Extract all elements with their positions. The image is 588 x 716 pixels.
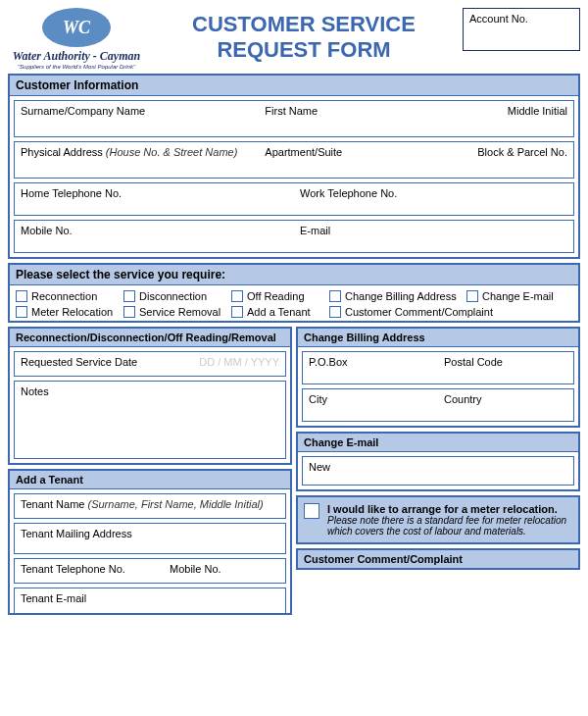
rdor-heading: Reconnection/Disconnection/Off Reading/R… (10, 329, 290, 347)
middle-initial-label: Middle Initial (508, 105, 567, 117)
add-tenant-panel: Add a Tenant Tenant Name (Surname, First… (8, 469, 292, 615)
postal-field[interactable]: Postal Code (438, 352, 573, 384)
work-tel-label: Work Telephone No. (300, 187, 397, 199)
postal-label: Postal Code (444, 356, 503, 368)
block-parcel-label: Block & Parcel No. (477, 146, 567, 158)
tenant-email-field[interactable]: Tenant E-mail (14, 588, 286, 613)
meter-bold-text: I would like to arrange for a meter relo… (327, 503, 572, 515)
svc-service-removal[interactable]: Service Removal (123, 305, 231, 319)
tenant-name-label: Tenant Name (21, 498, 84, 510)
tenant-mail-label: Tenant Mailing Address (21, 528, 132, 539)
meter-relocation-box: I would like to arrange for a meter relo… (296, 495, 580, 544)
svc-label: Add a Tenant (247, 306, 311, 318)
logo-block: WC Water Authority - Cayman "Suppliers o… (8, 8, 145, 70)
surname-label: Surname/Company Name (21, 105, 145, 117)
notes-label: Notes (21, 385, 49, 397)
details-columns: Reconnection/Disconnection/Off Reading/R… (8, 327, 580, 619)
country-field[interactable]: Country (438, 389, 573, 421)
tenant-name-hint: (Surname, First Name, Middle Initial) (88, 498, 264, 510)
date-placeholder: DD / MM / YYYY (199, 356, 279, 368)
tagline: "Suppliers of the World's Most Popular D… (8, 64, 145, 70)
pobox-field[interactable]: P.O.Box (303, 352, 438, 384)
org-name: Water Authority - Cayman (8, 49, 145, 64)
svc-label: Change Billing Address (345, 290, 457, 302)
city-row: City Country (302, 388, 574, 422)
svc-label: Service Removal (139, 306, 220, 318)
checkbox-icon (466, 290, 478, 302)
title-line1: CUSTOMER SERVICE (155, 12, 453, 37)
requested-date-label: Requested Service Date (21, 356, 137, 368)
rdor-panel: Reconnection/Disconnection/Off Reading/R… (8, 327, 292, 465)
change-billing-heading: Change Billing Address (298, 329, 578, 347)
apartment-field[interactable]: Apartment/Suite (259, 142, 416, 178)
customer-comment-heading: Customer Comment/Complaint (298, 550, 578, 568)
checkbox-icon (16, 306, 27, 318)
page-title: CUSTOMER SERVICE REQUEST FORM (155, 8, 453, 64)
change-email-panel: Change E-mail New (296, 432, 580, 491)
address-field[interactable]: Physical Address (House No. & Street Nam… (15, 142, 259, 178)
mobile-field[interactable]: Mobile No. (15, 221, 294, 252)
account-no-field[interactable]: Account No. (463, 8, 580, 51)
pobox-label: P.O.Box (309, 356, 348, 368)
notes-field[interactable]: Notes (14, 381, 286, 459)
change-billing-panel: Change Billing Address P.O.Box Postal Co… (296, 327, 580, 428)
checkbox-icon (329, 306, 341, 318)
svc-meter-relocation[interactable]: Meter Relocation (16, 305, 123, 319)
mobile-label: Mobile No. (21, 225, 73, 236)
svc-off-reading[interactable]: Off Reading (231, 289, 329, 303)
middle-initial-field[interactable]: Middle Initial (416, 101, 573, 136)
tenant-tel-row: Tenant Telephone No. Mobile No. (14, 558, 286, 584)
tenant-email-label: Tenant E-mail (21, 592, 86, 604)
checkbox-icon (231, 306, 243, 318)
email-field[interactable]: E-mail (294, 221, 573, 252)
meter-checkbox[interactable] (304, 503, 319, 519)
address-label: Physical Address (21, 146, 103, 158)
service-select-heading: Please select the service you require: (10, 265, 578, 285)
surname-field[interactable]: Surname/Company Name (15, 101, 259, 136)
tenant-tel-label: Tenant Telephone No. (21, 563, 125, 575)
apartment-label: Apartment/Suite (265, 146, 342, 158)
tenant-mail-field[interactable]: Tenant Mailing Address (14, 523, 286, 554)
checkbox-icon (123, 290, 135, 302)
tenant-name-field[interactable]: Tenant Name (Surname, First Name, Middle… (14, 493, 286, 519)
firstname-label: First Name (265, 105, 318, 117)
home-tel-field[interactable]: Home Telephone No. (15, 183, 294, 215)
city-field[interactable]: City (303, 389, 438, 421)
svc-label: Disconnection (139, 290, 207, 302)
new-email-label: New (309, 461, 330, 473)
pobox-row: P.O.Box Postal Code (302, 351, 574, 384)
tenant-mobile-label: Mobile No. (170, 563, 221, 575)
service-select-panel: Please select the service you require: R… (8, 263, 580, 323)
tenant-mobile-field[interactable]: Mobile No. (164, 559, 285, 583)
change-email-heading: Change E-mail (298, 434, 578, 452)
customer-info-panel: Customer Information Surname/Company Nam… (8, 74, 580, 259)
firstname-field[interactable]: First Name (259, 101, 416, 136)
block-parcel-field[interactable]: Block & Parcel No. (416, 142, 573, 178)
email-label: E-mail (300, 225, 330, 236)
address-hint: (House No. & Street Name) (106, 146, 238, 158)
svc-label: Meter Relocation (31, 306, 113, 318)
tenant-tel-field[interactable]: Tenant Telephone No. (15, 559, 164, 583)
logo-icon: WC (42, 8, 111, 47)
home-tel-label: Home Telephone No. (21, 187, 122, 199)
checkbox-icon (231, 290, 243, 302)
meter-text: I would like to arrange for a meter relo… (327, 503, 572, 537)
svc-add-tenant[interactable]: Add a Tenant (231, 305, 329, 319)
account-no-label: Account No. (469, 13, 528, 25)
new-email-field[interactable]: New (302, 456, 574, 486)
svc-reconnection[interactable]: Reconnection (16, 289, 123, 303)
customer-comment-panel: Customer Comment/Complaint (296, 548, 580, 570)
svc-customer-comment[interactable]: Customer Comment/Complaint (329, 305, 506, 319)
svc-disconnection[interactable]: Disconnection (123, 289, 231, 303)
title-line2: REQUEST FORM (155, 37, 453, 63)
svc-change-email[interactable]: Change E-mail (466, 289, 564, 303)
work-tel-field[interactable]: Work Telephone No. (294, 183, 573, 215)
svc-change-billing[interactable]: Change Billing Address (329, 289, 466, 303)
svc-label: Customer Comment/Complaint (345, 306, 493, 318)
add-tenant-heading: Add a Tenant (10, 471, 290, 489)
svc-label: Reconnection (31, 290, 97, 302)
requested-date-field[interactable]: Requested Service Date DD / MM / YYYY (14, 351, 286, 377)
customer-info-heading: Customer Information (10, 76, 578, 96)
checkbox-icon (16, 290, 27, 302)
checkbox-icon (123, 306, 135, 318)
